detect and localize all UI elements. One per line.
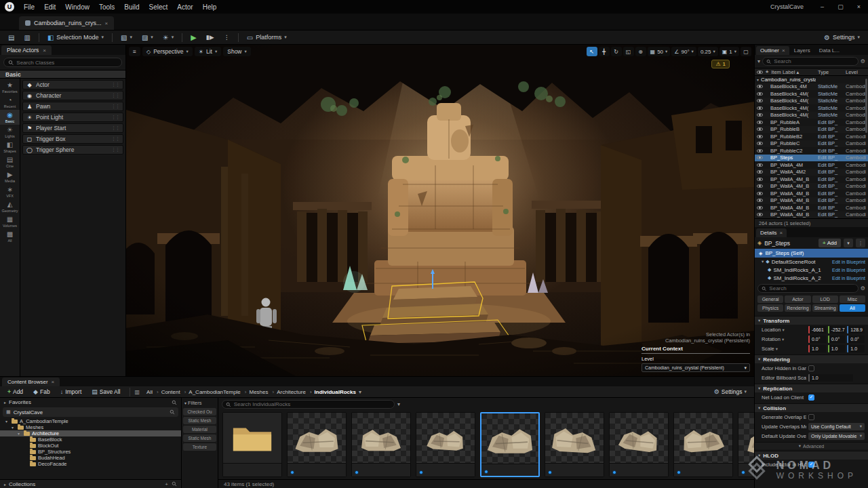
tab-data-layers[interactable]: Data L...	[815, 46, 844, 55]
menu-item[interactable]: Select	[144, 0, 173, 14]
asset-tile[interactable]	[545, 412, 604, 477]
camera-speed-control[interactable]: ▣1▾	[719, 47, 739, 56]
drag-grip-icon[interactable]: ⋮⋮	[111, 82, 119, 87]
folder-tree-row[interactable]: ▾ Architecture	[0, 430, 181, 436]
outliner-search[interactable]	[762, 57, 859, 66]
level-tab[interactable]: Cambodian_ruins_crys... ×	[19, 16, 114, 30]
drag-grip-icon[interactable]: ⋮⋮	[111, 93, 119, 98]
category-tab[interactable]: ★ Favorites	[0, 80, 20, 95]
property-label[interactable]: Scale ▾	[762, 346, 806, 352]
path-history-icon[interactable]: ▥	[135, 389, 140, 395]
checkbox-unchecked[interactable]	[808, 365, 814, 371]
category-tab[interactable]: ◉ Basic	[0, 110, 20, 125]
drag-grip-icon[interactable]: ⋮⋮	[111, 147, 119, 152]
viewport-scene[interactable]	[126, 45, 754, 376]
breadcrumb-item[interactable]: Meshes	[241, 389, 269, 395]
folder-tree-row[interactable]: DecoFacade	[0, 461, 181, 467]
add-component-button[interactable]: +Add	[818, 239, 841, 247]
fab-button[interactable]: ◆Fab	[29, 387, 54, 396]
breadcrumb-item[interactable]: All	[146, 389, 153, 395]
search-options-icon[interactable]: ▾	[397, 401, 400, 407]
tab-close-icon[interactable]: ×	[43, 47, 46, 54]
tab-outliner[interactable]: Outliner×	[756, 46, 789, 55]
filter-chip[interactable]: LOD	[812, 296, 838, 303]
maximize-button[interactable]: ▢	[831, 0, 850, 14]
outliner-scrollbar[interactable]	[865, 79, 867, 133]
outliner-row[interactable]: BP_RubbleC2 Edit BP_ Cambodi	[755, 147, 868, 155]
menu-item[interactable]: Edit	[39, 0, 60, 14]
checkbox-checked[interactable]: ✓	[808, 462, 814, 468]
expand-icon[interactable]: ▾	[762, 259, 764, 264]
property-label[interactable]: Rotation ▾	[762, 336, 806, 342]
checkbox-unchecked[interactable]	[808, 414, 814, 420]
category-tab[interactable]: ▤ Cine	[0, 155, 20, 169]
visibility-eye-icon[interactable]	[757, 170, 763, 174]
component-row[interactable]: ▾ ◆ DefaultSceneRoot Edit in Blueprint	[755, 258, 868, 266]
z-value-field[interactable]: 128.9	[847, 326, 865, 333]
y-value-field[interactable]: 0.0°	[828, 336, 846, 343]
dropdown-select[interactable]: Use Config Default▾	[808, 423, 865, 430]
outliner-row[interactable]: BP_WallA_4M_B Edit BP_ Cambodi	[755, 176, 868, 183]
x-value-field[interactable]: -6661	[808, 326, 826, 333]
category-tab[interactable]: ∗ VFX	[0, 184, 20, 199]
project-root-row[interactable]: ▦ CrystalCave	[3, 407, 178, 417]
visibility-eye-icon[interactable]	[757, 85, 763, 88]
filter-chip[interactable]: Streaming	[812, 304, 838, 312]
component-view-options[interactable]: ▾	[844, 239, 853, 247]
visibility-eye-icon[interactable]	[757, 184, 763, 188]
environment-dropdown[interactable]: ☀▾	[159, 32, 178, 43]
browse-button[interactable]: ▥	[20, 32, 34, 43]
level-context-dropdown[interactable]: Cambodian_ruins_crystal (Persistent) ▾	[642, 363, 750, 372]
category-tab[interactable]: ◔ Recent	[0, 95, 20, 110]
view-mode-dropdown[interactable]: ☀Lit▾	[195, 47, 221, 56]
drag-grip-icon[interactable]: ⋮⋮	[111, 115, 119, 120]
details-search-input[interactable]	[769, 285, 854, 291]
outliner-row[interactable]: BP_RubbleC Edit BP_ Cambodi	[755, 140, 868, 148]
asset-tile[interactable]	[673, 412, 733, 477]
filter-chip[interactable]: Physics	[757, 304, 783, 312]
category-tab[interactable]: ◧ Shapes	[0, 140, 20, 155]
visibility-eye-icon[interactable]	[757, 127, 763, 131]
outliner-row[interactable]: BaseBlocks_4M StaticMe Cambodi	[755, 83, 868, 91]
menu-item[interactable]: Window	[60, 0, 94, 14]
outliner-row[interactable]: BP_Steps Edit BP_ Cambodi	[755, 155, 868, 162]
outliner-row[interactable]: BP_WallA_4M2 Edit BP_ Cambodi	[755, 169, 868, 176]
play-options-button[interactable]: ⋮	[220, 32, 234, 43]
grid-snap-control[interactable]: ▦50▾	[648, 47, 671, 56]
import-button[interactable]: ↓Import	[56, 387, 86, 396]
category-tab[interactable]: ☀ Lights	[0, 125, 20, 140]
show-dropdown[interactable]: Show▾	[223, 47, 251, 56]
y-value-field[interactable]: 1.0	[828, 345, 846, 352]
asset-tile[interactable]	[416, 412, 475, 477]
menu-item[interactable]: Tools	[94, 0, 119, 14]
content-browser-tab[interactable]: Content Browser ×	[2, 378, 60, 386]
filters-header[interactable]: ▾ Filters	[183, 399, 216, 407]
visibility-eye-icon[interactable]	[757, 92, 763, 96]
outliner-row[interactable]: ▾ Cambodian_ruins_crystal (Editor)	[755, 76, 868, 83]
scale-tool-button[interactable]: ◱	[623, 47, 634, 56]
rotate-tool-button[interactable]: ↻	[611, 47, 622, 56]
category-tab[interactable]: ▦ Volumes	[0, 214, 20, 229]
x-value-field[interactable]: 0.0°	[808, 336, 826, 343]
editor-mode-select[interactable]: ◧ Selection Mode ▾	[43, 32, 108, 43]
expand-icon[interactable]: ▾	[18, 431, 22, 436]
edit-in-blueprint-link[interactable]: Edit in Blueprint	[832, 276, 865, 281]
cinematics-dropdown[interactable]: ▨▾	[138, 32, 157, 43]
filter-chip[interactable]: Actor	[785, 296, 810, 303]
visibility-eye-icon[interactable]	[757, 213, 763, 216]
filter-chip[interactable]: Rendering	[785, 304, 810, 312]
filter-chip[interactable]: Misc	[840, 296, 865, 303]
outliner-row[interactable]: BaseBlocks_4M( StaticMe Cambodi	[755, 98, 868, 105]
platforms-dropdown[interactable]: ▭ Platforms ▾	[243, 32, 291, 43]
visibility-eye-icon[interactable]	[757, 142, 763, 145]
expand-icon[interactable]: ▾	[757, 77, 759, 82]
scale-snap-control[interactable]: 0.25▾	[698, 47, 718, 56]
y-value-field[interactable]: -252.7	[828, 326, 846, 333]
rotation-snap-control[interactable]: ∠90°▾	[671, 47, 696, 56]
component-row[interactable]: ◆ SM_IndiRocks_A_2 Edit in Blueprint	[755, 274, 868, 282]
details-settings-icon[interactable]: ⚙	[861, 285, 865, 291]
asset-tile[interactable]	[222, 412, 282, 477]
menu-item[interactable]: File	[19, 0, 39, 14]
component-row[interactable]: ◆ SM_IndiRocks_A_1 Edit in Blueprint	[755, 266, 868, 274]
filter-pill[interactable]: Static Mesh	[183, 417, 216, 424]
